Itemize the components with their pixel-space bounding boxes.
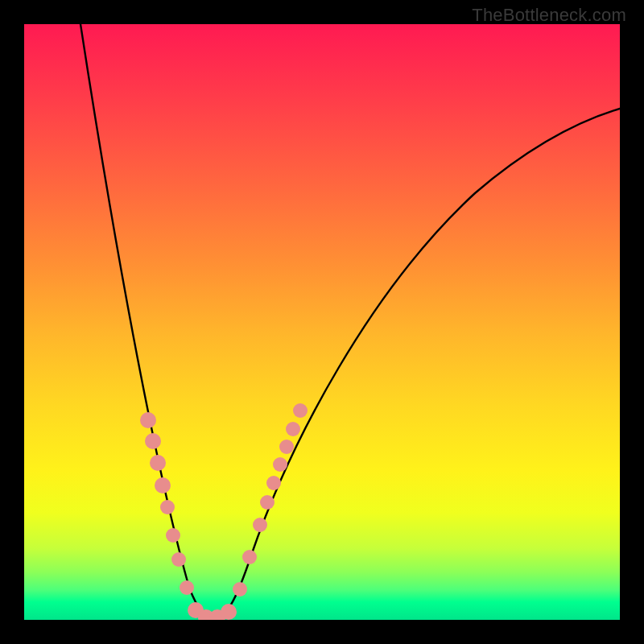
curve-marker-dot: [260, 495, 275, 510]
curve-marker-dot: [233, 582, 247, 597]
curve-marker-dot: [286, 422, 300, 436]
curve-marker-dot: [273, 457, 287, 472]
curve-marker-dot: [166, 528, 180, 543]
attribution-text: TheBottleneck.com: [472, 5, 626, 26]
outer-frame: TheBottleneck.com: [0, 0, 644, 644]
curve-marker-dot: [145, 433, 161, 449]
curve-marker-dot: [242, 550, 257, 564]
curve-marker-dot: [279, 440, 294, 454]
curve-marker-dot: [150, 455, 166, 471]
curve-marker-dot: [221, 604, 237, 620]
chart-svg: [24, 24, 620, 620]
bottleneck-curve: [80, 24, 620, 618]
curve-marker-dot: [253, 518, 267, 532]
curve-marker-dot: [140, 412, 156, 428]
curve-markers: [140, 403, 308, 620]
curve-marker-dot: [171, 552, 186, 567]
curve-marker-dot: [160, 500, 175, 514]
curve-marker-dot: [180, 580, 194, 595]
curve-marker-dot: [293, 403, 308, 418]
curve-marker-dot: [155, 477, 171, 493]
plot-area: [24, 24, 620, 620]
curve-marker-dot: [266, 476, 281, 490]
